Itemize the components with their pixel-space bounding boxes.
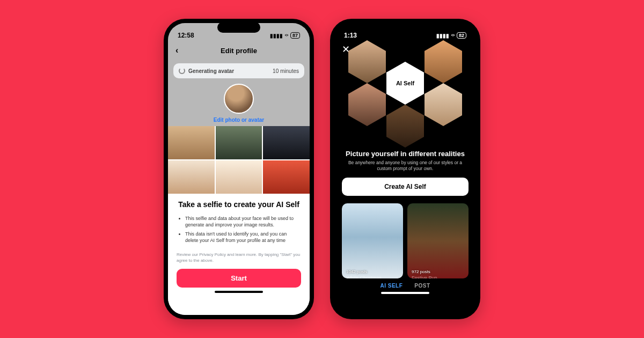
edit-photo-link[interactable]: Edit photo or avatar bbox=[168, 117, 310, 123]
hex-portrait bbox=[386, 105, 424, 148]
card-title: White Christmas bbox=[346, 275, 382, 278]
style-tile[interactable] bbox=[168, 160, 215, 194]
status-time: 1:13 bbox=[344, 32, 357, 39]
bullet-list: This selfie and data about your face wil… bbox=[177, 215, 301, 246]
hex-collage: AI Self bbox=[334, 46, 476, 146]
signal-icon: ▮▮▮▮ bbox=[436, 33, 449, 39]
style-card[interactable]: 1042 posts White Christmas bbox=[342, 203, 403, 278]
home-indicator[interactable] bbox=[381, 292, 429, 294]
style-card[interactable]: 972 posts Festive Pup bbox=[407, 203, 469, 278]
page-title: Edit profile bbox=[221, 47, 257, 55]
card-title: Festive Pup bbox=[412, 275, 437, 278]
notch bbox=[384, 22, 427, 33]
tab-post[interactable]: POST bbox=[414, 283, 430, 289]
start-button[interactable]: Start bbox=[177, 269, 301, 288]
policy-text: Review our Privacy Policy and learn more… bbox=[177, 252, 301, 263]
avatar[interactable] bbox=[224, 84, 254, 114]
hex-portrait bbox=[425, 83, 462, 126]
banner-eta: 10 minutes bbox=[273, 68, 299, 74]
home-indicator[interactable] bbox=[215, 291, 263, 293]
wifi-icon: ⌔ bbox=[451, 33, 455, 39]
hero-heading: Picture yourself in different realities bbox=[342, 150, 469, 158]
style-grid bbox=[168, 126, 310, 194]
style-tile[interactable] bbox=[263, 126, 310, 159]
ai-self-logo: AI Self bbox=[386, 62, 424, 105]
wifi-icon: ⌔ bbox=[285, 33, 288, 39]
banner-label: Generating avatar bbox=[188, 68, 234, 74]
style-tile[interactable] bbox=[216, 126, 262, 159]
status-time: 12:58 bbox=[178, 32, 194, 39]
signal-icon: ▮▮▮▮ bbox=[270, 33, 283, 39]
hex-portrait bbox=[425, 40, 462, 83]
back-button[interactable]: ‹ bbox=[175, 46, 178, 55]
phone-right: 1:13 ▮▮▮▮ ⌔ 82 ✕ AI Self bbox=[330, 19, 480, 319]
post-count: 1042 posts bbox=[346, 269, 367, 274]
create-ai-self-button[interactable]: Create AI Self bbox=[342, 178, 469, 196]
phone-left: 12:58 ▮▮▮▮ ⌔ 87 ‹ Edit profile bbox=[164, 19, 314, 319]
style-tile[interactable] bbox=[263, 160, 310, 194]
generating-banner: Generating avatar 10 minutes bbox=[173, 63, 304, 78]
hex-portrait bbox=[348, 40, 386, 83]
bottom-tabs: AI SELF POST bbox=[334, 283, 476, 289]
spinner-icon bbox=[179, 68, 185, 74]
battery-indicator: 87 bbox=[290, 32, 300, 39]
hex-portrait bbox=[348, 83, 386, 126]
sheet-heading: Take a selfie to create your AI Self bbox=[177, 200, 301, 210]
tab-ai-self[interactable]: AI SELF bbox=[380, 283, 402, 289]
hero-subtext: Be anywhere and anyone by using one of o… bbox=[347, 160, 463, 172]
notch bbox=[217, 22, 260, 33]
battery-indicator: 82 bbox=[457, 32, 466, 39]
style-tile[interactable] bbox=[216, 160, 262, 194]
style-tile[interactable] bbox=[168, 126, 215, 159]
post-count: 972 posts bbox=[412, 269, 430, 274]
bullet-item: This data isn't used to identify you, an… bbox=[185, 231, 301, 244]
bullet-item: This selfie and data about your face wil… bbox=[185, 215, 301, 229]
